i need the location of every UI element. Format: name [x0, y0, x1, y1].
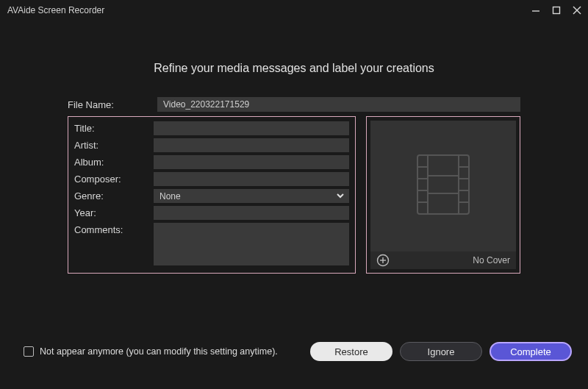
app-title: AVAide Screen Recorder [7, 5, 531, 15]
artist-input[interactable] [154, 138, 349, 152]
file-name-row: File Name: [68, 97, 520, 116]
add-cover-button[interactable] [376, 254, 390, 267]
genre-row: Genre: [74, 189, 349, 203]
artist-label: Artist: [74, 140, 148, 151]
cover-preview [370, 121, 516, 251]
page-heading: Refine your media messages and label you… [0, 62, 588, 75]
composer-label: Composer: [74, 174, 148, 185]
year-label: Year: [74, 207, 148, 218]
maximize-icon[interactable] [551, 5, 562, 15]
comments-label: Comments: [74, 223, 148, 235]
year-input[interactable] [154, 206, 349, 220]
metadata-pane: Title: Artist: Album: Composer: Genre: [68, 116, 356, 274]
genre-label: Genre: [74, 190, 148, 201]
title-input[interactable] [154, 121, 349, 135]
album-row: Album: [74, 155, 349, 169]
form-area: File Name: Title: Artist: Album: Compose… [68, 97, 520, 274]
album-label: Album: [74, 157, 148, 168]
title-row: Title: [74, 121, 349, 135]
artist-row: Artist: [74, 138, 349, 152]
checkbox-icon [24, 346, 34, 357]
restore-button[interactable]: Restore [310, 342, 392, 361]
composer-input[interactable] [154, 172, 349, 186]
complete-button[interactable]: Complete [490, 342, 572, 361]
comments-input[interactable] [154, 223, 349, 265]
film-icon [410, 148, 476, 224]
genre-select[interactable] [154, 189, 349, 203]
title-bar: AVAide Screen Recorder [0, 0, 588, 21]
comments-row: Comments: [74, 223, 349, 265]
year-row: Year: [74, 206, 349, 220]
svg-rect-1 [553, 7, 560, 14]
close-icon[interactable] [572, 5, 582, 15]
cover-pane: No Cover [366, 116, 520, 274]
footer: Not appear anymore (you can modify this … [0, 342, 588, 361]
window-controls [531, 5, 582, 15]
file-name-input[interactable] [157, 97, 520, 112]
checkbox-label: Not appear anymore (you can modify this … [40, 346, 278, 357]
genre-value[interactable] [154, 189, 349, 203]
ignore-button[interactable]: Ignore [400, 342, 482, 361]
svg-rect-4 [417, 155, 469, 214]
not-appear-checkbox[interactable]: Not appear anymore (you can modify this … [24, 346, 303, 357]
file-name-label: File Name: [68, 99, 148, 110]
title-label: Title: [74, 123, 148, 134]
minimize-icon[interactable] [531, 5, 541, 15]
cover-bar: No Cover [370, 251, 516, 269]
no-cover-label: No Cover [473, 255, 510, 265]
composer-row: Composer: [74, 172, 349, 186]
columns: Title: Artist: Album: Composer: Genre: [68, 116, 520, 274]
album-input[interactable] [154, 155, 349, 169]
